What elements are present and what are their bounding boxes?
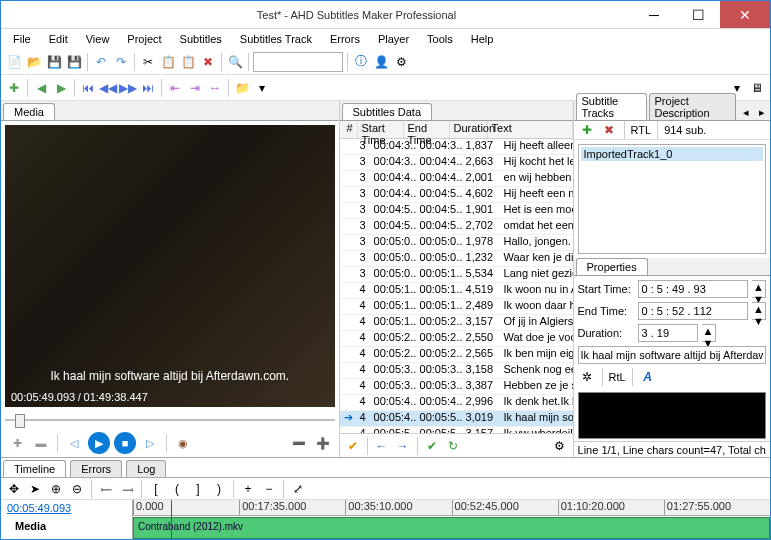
rtl-button[interactable]: RtL [609, 371, 626, 383]
end-time-input[interactable]: 0 : 5 : 52 . 112 [638, 302, 748, 320]
tl-zoomout-icon[interactable]: ⊖ [68, 480, 86, 498]
tab-properties[interactable]: Properties [576, 258, 648, 275]
table-row[interactable]: 400:05:2...00:05:2...2,550Wat doe je voo… [340, 331, 573, 347]
col-text[interactable]: Text [488, 121, 573, 138]
font-icon[interactable]: A [639, 368, 657, 386]
add-sub-icon[interactable]: ✚ [7, 433, 27, 453]
paste-icon[interactable]: 📋 [179, 53, 197, 71]
settings-icon[interactable]: ⚙ [392, 53, 410, 71]
table-row[interactable]: 300:05:0...00:05:0...1,232Waar ken je di… [340, 251, 573, 267]
delete-icon[interactable]: ✖ [199, 53, 217, 71]
tl-bracket1-icon[interactable]: [ [147, 480, 165, 498]
menu-subtitles[interactable]: Subtitles [172, 31, 230, 47]
tl-bracket3-icon[interactable]: ] [189, 480, 207, 498]
tl-markin-icon[interactable]: ⟝ [97, 480, 115, 498]
new-icon[interactable]: 📄 [5, 53, 23, 71]
skip-back-icon[interactable]: ⏮ [79, 79, 97, 97]
tl-minus-icon[interactable]: − [260, 480, 278, 498]
menu-player[interactable]: Player [370, 31, 417, 47]
start-spinner[interactable]: ▲▼ [752, 280, 766, 298]
search-input[interactable] [253, 52, 343, 72]
track-new-icon[interactable]: ✚ [5, 79, 23, 97]
col-start[interactable]: Start Time [358, 121, 404, 138]
minimize-button[interactable]: ─ [632, 1, 676, 28]
tab-subtitles-data[interactable]: Subtitles Data [342, 103, 432, 120]
menu-errors[interactable]: Errors [322, 31, 368, 47]
play-button[interactable]: ▶ [88, 432, 110, 454]
rewind-icon[interactable]: ◀◀ [99, 79, 117, 97]
table-row[interactable]: 300:04:3...00:04:4...2,663Hij kocht het … [340, 155, 573, 171]
next-frame-icon[interactable]: ▷ [140, 433, 160, 453]
shift-left-icon[interactable]: ⇤ [166, 79, 184, 97]
open-icon[interactable]: 📂 [25, 53, 43, 71]
table-row[interactable]: 400:05:2...00:05:2...2,565Ik ben mijn ei… [340, 347, 573, 363]
tl-hand-icon[interactable]: ✥ [5, 480, 23, 498]
rtl-toggle[interactable]: RTL [631, 124, 652, 136]
forward-icon[interactable]: ▶▶ [119, 79, 137, 97]
find-icon[interactable]: 🔍 [226, 53, 244, 71]
end-spinner[interactable]: ▲▼ [752, 302, 766, 320]
playhead[interactable] [171, 500, 172, 540]
check-icon[interactable]: ✔ [344, 437, 362, 455]
tab-timeline[interactable]: Timeline [3, 460, 66, 477]
subtitle-text-input[interactable] [578, 346, 766, 364]
tl-bracket2-icon[interactable]: ( [168, 480, 186, 498]
table-row[interactable]: 400:05:3...00:05:3...3,158Schenk nog een… [340, 363, 573, 379]
table-row[interactable]: 400:05:1...00:05:1...4,519Ik woon nu in … [340, 283, 573, 299]
tab-project-description[interactable]: Project Description [649, 93, 736, 120]
col-end[interactable]: End Time [404, 121, 450, 138]
skip-fwd-icon[interactable]: ⏭ [139, 79, 157, 97]
seek-slider[interactable] [5, 411, 335, 429]
help-icon[interactable]: ⓘ [352, 53, 370, 71]
table-row[interactable]: 400:05:1...00:05:2...3,157Of jij in Algi… [340, 315, 573, 331]
prev-frame-icon[interactable]: ◁ [64, 433, 84, 453]
track-next-icon[interactable]: ▶ [52, 79, 70, 97]
duration-spinner[interactable]: ▲▼ [702, 324, 716, 342]
user-icon[interactable]: 👤 [372, 53, 390, 71]
track-list[interactable]: ImportedTrack1_0 [578, 144, 766, 254]
table-row[interactable]: 400:05:3...00:05:3...3,387Hebben ze je s… [340, 379, 573, 395]
delete-track-icon[interactable]: ✖ [600, 121, 618, 139]
copy-icon[interactable]: 📋 [159, 53, 177, 71]
menu-subtitles-track[interactable]: Subtitles Track [232, 31, 320, 47]
maximize-button[interactable]: ☐ [676, 1, 720, 28]
table-row[interactable]: 300:05:0...00:05:1...5,534Lang niet gezi… [340, 267, 573, 283]
table-row[interactable]: 300:04:3...00:04:3...1,837Hij heeft alle… [340, 139, 573, 155]
menu-help[interactable]: Help [463, 31, 502, 47]
duration-input[interactable]: 3 . 19 [638, 324, 698, 342]
apply-icon[interactable]: ✔ [423, 437, 441, 455]
col-num[interactable]: # [340, 121, 358, 138]
table-row[interactable]: 300:04:4...00:04:4...2,001en wij hebben … [340, 171, 573, 187]
close-button[interactable]: ✕ [720, 1, 770, 28]
tab-subtitle-tracks[interactable]: Subtitle Tracks [576, 93, 647, 120]
tl-fit-icon[interactable]: ⤢ [289, 480, 307, 498]
table-row[interactable]: 400:05:1...00:05:1...2,489Ik woon daar h… [340, 299, 573, 315]
sub-settings-icon[interactable]: ⚙ [551, 437, 569, 455]
stop-button[interactable]: ■ [114, 432, 136, 454]
menu-project[interactable]: Project [119, 31, 169, 47]
table-row[interactable]: 300:04:4...00:04:5...4,602Hij heeft een … [340, 187, 573, 203]
shift-right-icon[interactable]: ⇥ [186, 79, 204, 97]
export-icon[interactable]: ▾ [253, 79, 271, 97]
track-prev-icon[interactable]: ◀ [32, 79, 50, 97]
shrink-icon[interactable]: ↔ [206, 79, 224, 97]
table-row[interactable]: ➔400:05:4...00:05:5...3,019Ik haal mijn … [340, 411, 573, 427]
menu-view[interactable]: View [78, 31, 118, 47]
save-as-icon[interactable]: 💾 [65, 53, 83, 71]
vol-up-icon[interactable]: ➕ [313, 433, 333, 453]
start-time-input[interactable]: 0 : 5 : 49 . 93 [638, 280, 748, 298]
cut-icon[interactable]: ✂ [139, 53, 157, 71]
table-body[interactable]: 300:04:3...00:04:3...1,837Hij heeft alle… [340, 139, 573, 433]
expand-icon[interactable]: ✲ [578, 368, 596, 386]
timeline-media-track[interactable]: Contraband (2012).mkv [133, 517, 770, 539]
tl-zoomin-icon[interactable]: ⊕ [47, 480, 65, 498]
menu-tools[interactable]: Tools [419, 31, 461, 47]
tab-errors[interactable]: Errors [70, 460, 122, 477]
tl-pointer-icon[interactable]: ➤ [26, 480, 44, 498]
seek-thumb[interactable] [15, 414, 25, 428]
sub-next-icon[interactable]: → [394, 437, 412, 455]
video-viewport[interactable]: Ik haal mijn software altijd bij Afterda… [5, 125, 335, 407]
timeline-canvas[interactable]: 0.000 00:17:35.000 00:35:10.000 00:52:45… [133, 500, 770, 540]
add-track-icon[interactable]: ✚ [578, 121, 596, 139]
undo-icon[interactable]: ↶ [92, 53, 110, 71]
